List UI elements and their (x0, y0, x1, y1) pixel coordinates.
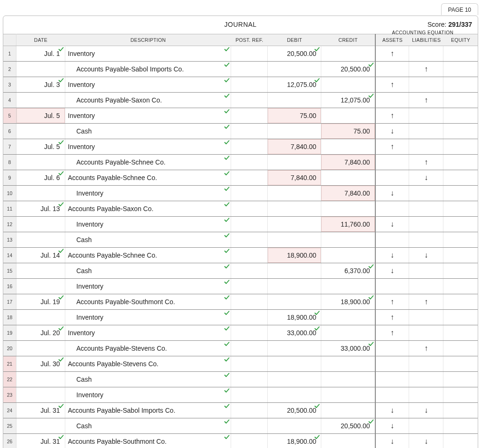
equity-cell[interactable] (443, 93, 478, 108)
postref-cell[interactable] (231, 46, 268, 61)
liabilities-cell[interactable] (409, 341, 443, 356)
postref-cell[interactable] (231, 232, 268, 247)
liabilities-cell[interactable] (409, 310, 443, 325)
liabilities-cell[interactable] (409, 108, 443, 123)
credit-cell[interactable]: 18,900.00 (321, 294, 375, 309)
postref-cell[interactable] (231, 356, 268, 371)
date-cell[interactable]: Jul. 20 (16, 325, 65, 340)
date-cell[interactable]: Jul. 3 (16, 77, 65, 92)
postref-cell[interactable] (231, 387, 268, 402)
debit-cell[interactable] (268, 263, 321, 278)
assets-cell[interactable] (375, 77, 410, 92)
description-cell[interactable]: Inventory (65, 279, 231, 294)
debit-cell[interactable] (268, 93, 321, 108)
equity-cell[interactable] (443, 124, 478, 139)
liabilities-cell[interactable] (409, 170, 443, 185)
description-cell[interactable]: Inventory (65, 46, 231, 61)
credit-cell[interactable] (321, 372, 375, 387)
equity-cell[interactable] (443, 248, 478, 263)
assets-cell[interactable] (375, 124, 410, 139)
liabilities-cell[interactable] (409, 232, 443, 247)
postref-cell[interactable] (231, 325, 268, 340)
credit-cell[interactable]: 20,500.00 (321, 418, 375, 433)
credit-cell[interactable] (321, 279, 375, 294)
postref-cell[interactable] (231, 62, 268, 77)
date-cell[interactable] (16, 387, 65, 402)
postref-cell[interactable] (231, 93, 268, 108)
assets-cell[interactable] (375, 108, 410, 123)
debit-cell[interactable]: 7,840.00 (268, 139, 321, 154)
equity-cell[interactable] (443, 387, 478, 402)
date-cell[interactable]: Jul. 31 (16, 434, 65, 448)
credit-cell[interactable]: 11,760.00 (321, 217, 375, 232)
description-cell[interactable]: Inventory (65, 217, 231, 232)
assets-cell[interactable] (375, 248, 410, 263)
debit-cell[interactable] (268, 418, 321, 433)
credit-cell[interactable] (321, 139, 375, 154)
debit-cell[interactable] (268, 62, 321, 77)
credit-cell[interactable]: 20,500.00 (321, 62, 375, 77)
date-cell[interactable]: Jul. 5 (16, 108, 65, 123)
postref-cell[interactable] (231, 201, 268, 216)
equity-cell[interactable] (443, 232, 478, 247)
description-cell[interactable]: Accounts Payable-Sabol Imports Co. (65, 403, 231, 418)
liabilities-cell[interactable] (409, 155, 443, 170)
date-cell[interactable] (16, 418, 65, 433)
date-cell[interactable]: Jul. 30 (16, 356, 65, 371)
postref-cell[interactable] (231, 403, 268, 418)
debit-cell[interactable]: 20,500.00 (268, 403, 321, 418)
date-cell[interactable] (16, 310, 65, 325)
equity-cell[interactable] (443, 170, 478, 185)
description-cell[interactable]: Cash (65, 124, 231, 139)
liabilities-cell[interactable] (409, 124, 443, 139)
date-cell[interactable] (16, 372, 65, 387)
assets-cell[interactable] (375, 294, 410, 309)
liabilities-cell[interactable] (409, 201, 443, 216)
debit-cell[interactable] (268, 279, 321, 294)
debit-cell[interactable]: 18,900.00 (268, 248, 321, 263)
debit-cell[interactable]: 12,075.00 (268, 77, 321, 92)
postref-cell[interactable] (231, 294, 268, 309)
postref-cell[interactable] (231, 341, 268, 356)
date-cell[interactable] (16, 263, 65, 278)
description-cell[interactable]: Accounts Payable-Saxon Co. (65, 201, 231, 216)
debit-cell[interactable] (268, 155, 321, 170)
equity-cell[interactable] (443, 139, 478, 154)
credit-cell[interactable] (321, 46, 375, 61)
equity-cell[interactable] (443, 294, 478, 309)
assets-cell[interactable] (375, 387, 410, 402)
equity-cell[interactable] (443, 434, 478, 448)
date-cell[interactable] (16, 155, 65, 170)
liabilities-cell[interactable] (409, 356, 443, 371)
debit-cell[interactable]: 18,900.00 (268, 434, 321, 448)
description-cell[interactable]: Accounts Payable-Schnee Co. (65, 170, 231, 185)
assets-cell[interactable] (375, 341, 410, 356)
description-cell[interactable]: Inventory (65, 139, 231, 154)
credit-cell[interactable]: 6,370.00 (321, 263, 375, 278)
assets-cell[interactable] (375, 201, 410, 216)
credit-cell[interactable]: 12,075.00 (321, 93, 375, 108)
credit-cell[interactable] (321, 232, 375, 247)
debit-cell[interactable] (268, 186, 321, 201)
date-cell[interactable] (16, 62, 65, 77)
assets-cell[interactable] (375, 93, 410, 108)
assets-cell[interactable] (375, 186, 410, 201)
description-cell[interactable]: Inventory (65, 387, 231, 402)
liabilities-cell[interactable] (409, 77, 443, 92)
credit-cell[interactable] (321, 170, 375, 185)
description-cell[interactable]: Cash (65, 263, 231, 278)
equity-cell[interactable] (443, 155, 478, 170)
date-cell[interactable] (16, 279, 65, 294)
description-cell[interactable]: Accounts Payable-Schnee Co. (65, 155, 231, 170)
liabilities-cell[interactable] (409, 217, 443, 232)
equity-cell[interactable] (443, 325, 478, 340)
postref-cell[interactable] (231, 77, 268, 92)
description-cell[interactable]: Accounts Payable-Sabol Imports Co. (65, 62, 231, 77)
debit-cell[interactable] (268, 217, 321, 232)
postref-cell[interactable] (231, 418, 268, 433)
postref-cell[interactable] (231, 310, 268, 325)
credit-cell[interactable] (321, 77, 375, 92)
equity-cell[interactable] (443, 341, 478, 356)
date-cell[interactable]: Jul. 13 (16, 201, 65, 216)
liabilities-cell[interactable] (409, 279, 443, 294)
